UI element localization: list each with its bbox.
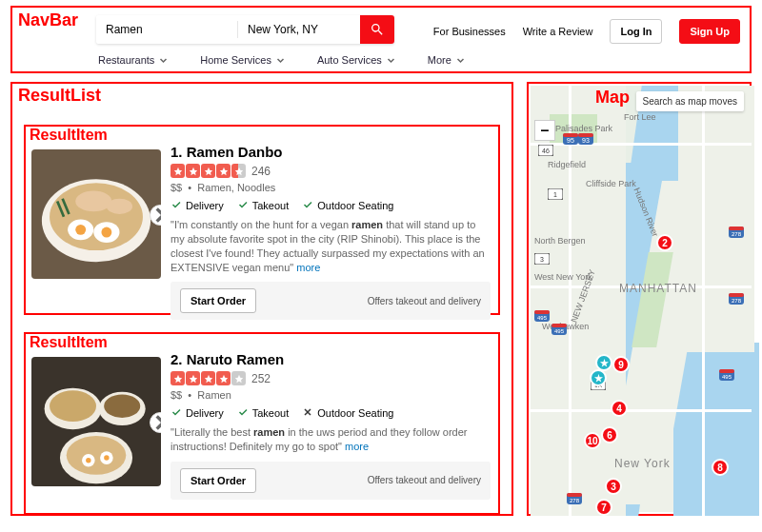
check-icon — [170, 199, 182, 212]
review-count[interactable]: 252 — [251, 372, 271, 385]
for-businesses-link[interactable]: For Businesses — [433, 26, 506, 37]
nav-right: For Businesses Write a Review Log In Sig… — [433, 19, 740, 44]
check-icon — [237, 406, 249, 420]
svg-point-17 — [86, 458, 90, 463]
rating-row: 252 — [170, 371, 491, 385]
map-label-manhattan: MANHATTAN — [619, 282, 697, 295]
thumbnail-next-button[interactable] — [150, 205, 161, 226]
start-order-button[interactable]: Start Order — [180, 468, 256, 493]
svg-text:46: 46 — [542, 148, 550, 154]
navbar-overlay: NavBar For Businesses Write a Review Log… — [10, 6, 752, 73]
star-rating[interactable] — [170, 164, 246, 178]
route-shield-icon: 1 — [548, 188, 563, 200]
svg-point-7 — [75, 191, 111, 212]
interstate-shield-icon: 495 — [551, 324, 567, 335]
resultitem-overlay-label: ResultItem — [30, 334, 108, 351]
search-as-map-moves[interactable]: Search as map moves — [636, 91, 745, 111]
interstate-shield-icon: 278 — [729, 293, 744, 305]
svg-text:495: 495 — [554, 328, 565, 334]
nav-cat-auto-services[interactable]: Auto Services — [317, 54, 395, 66]
map-pin[interactable]: 6 — [601, 426, 618, 443]
map-pin[interactable]: 3 — [605, 478, 622, 495]
thumbnail-next-button[interactable] — [150, 412, 161, 433]
check-icon — [302, 199, 313, 212]
svg-point-11 — [50, 390, 96, 422]
svg-text:3: 3 — [540, 256, 544, 263]
map-canvas[interactable] — [531, 86, 748, 512]
map-label-northbergen: North Bergen — [534, 236, 586, 246]
result-thumbnail[interactable] — [31, 149, 161, 279]
svg-text:278: 278 — [570, 498, 580, 503]
map-label-fortlee: Fort Lee — [624, 112, 656, 122]
search-term-input[interactable] — [96, 15, 237, 44]
result-body: 1. Ramen Danbo 246 $$ • Ramen, Noodles D… — [170, 144, 491, 320]
order-row: Start Order Offers takeout and delivery — [170, 462, 491, 500]
result-title[interactable]: 2. Naruto Ramen — [170, 351, 491, 367]
svg-text:495: 495 — [537, 315, 548, 321]
search-bar — [96, 15, 394, 44]
nav-categories: Restaurants Home Services Auto Services … — [98, 54, 465, 66]
login-button[interactable]: Log In — [610, 19, 662, 44]
interstate-shield-icon: 93 — [578, 133, 593, 145]
svg-rect-33 — [534, 310, 550, 314]
start-order-button[interactable]: Start Order — [180, 288, 256, 313]
x-icon — [302, 406, 313, 420]
ramen-bowls-icon — [31, 357, 161, 486]
map-overlay-label: Map — [595, 88, 630, 108]
signup-button[interactable]: Sign Up — [679, 19, 740, 44]
result-item[interactable]: ResultItem 1. Ramen Danbo 246 — [24, 125, 500, 315]
svg-point-8 — [107, 199, 132, 214]
map-pin[interactable]: 10 — [584, 432, 601, 449]
map-label-newyork: New York — [614, 457, 671, 470]
map-pin[interactable]: 7 — [595, 499, 612, 516]
star-icon — [173, 167, 183, 176]
ramen-bowl-icon — [31, 149, 161, 279]
nav-cat-home-services[interactable]: Home Services — [200, 54, 285, 66]
resultitem-overlay-label: ResultItem — [30, 127, 108, 144]
svg-rect-42 — [729, 293, 744, 297]
route-shield-icon: 3 — [534, 253, 550, 265]
svg-rect-50 — [567, 493, 582, 497]
review-count[interactable]: 246 — [251, 165, 271, 178]
result-meta: $$ • Ramen — [170, 389, 491, 401]
map-pin[interactable]: 9 — [612, 356, 630, 373]
search-icon — [370, 22, 385, 37]
nav-cat-restaurants[interactable]: Restaurants — [98, 54, 168, 66]
review-snippet: "Literally the best ramen in the uws per… — [170, 425, 491, 454]
svg-text:95: 95 — [567, 137, 574, 144]
result-item[interactable]: ResultItem 2. Naruto Ramen 252 $$ • Rame… — [24, 332, 500, 515]
svg-point-15 — [67, 436, 127, 475]
nav-cat-more[interactable]: More — [428, 54, 465, 66]
result-body: 2. Naruto Ramen 252 $$ • Ramen Delivery … — [170, 351, 491, 500]
map-label-palisades: Palisades Park — [555, 124, 612, 133]
star-rating[interactable] — [170, 371, 246, 385]
interstate-shield-icon: 495 — [534, 310, 550, 322]
chevron-down-icon — [456, 56, 465, 65]
search-location-input[interactable] — [238, 15, 360, 44]
chevron-down-icon — [387, 56, 395, 65]
map-pin[interactable]: 2 — [656, 234, 673, 251]
result-title[interactable]: 1. Ramen Danbo — [170, 144, 491, 160]
svg-point-19 — [104, 455, 109, 460]
feature-row: Delivery Takeout Outdoor Seating — [170, 406, 491, 420]
map-pin[interactable]: 8 — [712, 459, 729, 476]
result-thumbnail[interactable] — [31, 357, 161, 486]
svg-text:495: 495 — [722, 374, 732, 380]
map-label-cliffside: Cliffside Park — [586, 179, 636, 188]
zoom-out-button[interactable]: – — [534, 120, 555, 141]
interstate-shield-icon: 278 — [729, 227, 744, 238]
map-overlay[interactable]: Map Search as map moves – Palisades Park… — [527, 82, 752, 516]
check-icon — [237, 199, 249, 212]
map-pin[interactable]: 4 — [611, 400, 628, 417]
map-label-ridgefield: Ridgefield — [548, 160, 586, 169]
search-button[interactable] — [360, 15, 394, 44]
review-snippet: "I'm constantly on the hunt for a vegan … — [170, 218, 491, 274]
svg-text:93: 93 — [582, 137, 590, 144]
svg-point-13 — [104, 394, 140, 417]
more-link[interactable]: more — [345, 441, 369, 452]
write-review-link[interactable]: Write a Review — [523, 26, 593, 37]
route-shield-icon: 46 — [538, 145, 553, 156]
svg-text:1: 1 — [553, 191, 557, 198]
more-link[interactable]: more — [296, 262, 320, 273]
map-pin-star[interactable]: ★ — [590, 369, 607, 386]
